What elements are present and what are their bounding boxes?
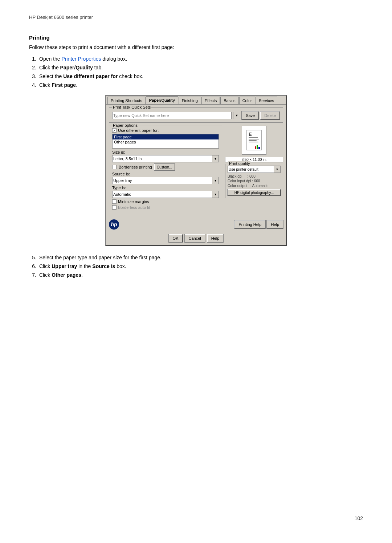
right-panel: E 8.50 × 11.00 in. (225, 126, 283, 217)
paper-listbox[interactable]: First page Other pages (112, 134, 219, 149)
print-quality-label: Print quality (228, 161, 250, 166)
minimize-margins-label: Minimize margins (118, 199, 149, 204)
dialog-wrapper: Printing Shortcuts Paper/Quality Finishi… (29, 95, 363, 246)
tab-finishing[interactable]: Finishing (179, 97, 201, 104)
tab-printing-shortcuts[interactable]: Printing Shortcuts (107, 97, 146, 104)
tab-basics[interactable]: Basics (220, 97, 238, 104)
checkbox-row: ✓ Use different paper for: (112, 128, 219, 133)
step-3: 3. Select the Use different paper for ch… (29, 73, 363, 79)
quality-select[interactable]: Use printer default (228, 166, 274, 173)
quick-set-dropdown[interactable]: ▼ (233, 112, 240, 119)
dialog-ok-row: OK Cancel Help (109, 232, 283, 242)
quick-set-row: ▼ Save Delete (112, 112, 280, 119)
chart-bar-3 (258, 147, 260, 149)
paper-options-label: Paper options (112, 123, 138, 127)
type-label: Type is: (112, 186, 219, 190)
source-select-arrow[interactable]: ▼ (212, 177, 219, 184)
upper-tray-ref: Upper tray (52, 263, 77, 269)
left-panel: Paper options ✓ Use different paper for:… (109, 126, 222, 217)
preview-page: E (246, 130, 262, 150)
use-different-paper-checkbox[interactable]: ✓ (112, 128, 117, 133)
section-title: Printing (29, 35, 363, 41)
source-select-row: Upper tray ▼ (112, 177, 219, 184)
type-select-row: Automatic ▼ (112, 191, 219, 198)
help-button-bottom[interactable]: Help (207, 234, 224, 242)
size-select-arrow[interactable]: ▼ (212, 155, 219, 162)
first-page-ref: First page (52, 82, 76, 88)
size-select[interactable]: Letter, 8.5x11 in (112, 155, 212, 162)
other-pages-ref: Other pages (52, 272, 81, 278)
paper-quality-tab-ref: Paper/Quality (60, 65, 93, 70)
dialog-body: Print Task Quick Sets ▼ Save Delete Pape… (106, 105, 286, 245)
quality-select-arrow[interactable]: ▼ (274, 166, 281, 173)
dialog-tabs: Printing Shortcuts Paper/Quality Finishi… (106, 96, 286, 105)
bottom-buttons: Printing Help Help (234, 220, 283, 228)
step-4: 4. Click First page. (29, 82, 363, 88)
tab-color[interactable]: Color (239, 97, 255, 104)
pq-select-row: Use printer default ▼ (228, 166, 281, 173)
source-label: Source is: (112, 172, 219, 176)
size-select-row: Letter, 8.5x11 in ▼ (112, 155, 219, 162)
listbox-other-pages[interactable]: Other pages (113, 139, 219, 145)
printing-help-button[interactable]: Printing Help (234, 220, 265, 228)
minimize-margins-checkbox[interactable] (112, 199, 117, 204)
borderless-auto-row: Borderless auto fit (112, 205, 219, 210)
black-dpi-info: Black dpi : 600 (228, 174, 281, 178)
step-2: 2. Click the Paper/Quality tab. (29, 65, 363, 70)
hp-logo: hp (109, 219, 119, 230)
step-5: 5. Select the paper type and paper size … (29, 255, 363, 260)
tab-paper-quality[interactable]: Paper/Quality (146, 96, 178, 104)
minimize-margins-row: Minimize margins (112, 199, 219, 204)
header-text: HP Deskjet 6600 series printer (29, 15, 93, 20)
preview-line-3 (249, 140, 257, 141)
use-different-paper-label: Use different paper for: (118, 128, 159, 133)
ok-button[interactable]: OK (169, 234, 183, 242)
step-7: 7. Click Other pages. (29, 272, 363, 278)
use-different-paper-ref: Use different paper for (63, 73, 118, 79)
chart-bar-2 (257, 145, 258, 149)
borderless-auto-checkbox[interactable] (112, 205, 117, 210)
page-header: HP Deskjet 6600 series printer (29, 15, 363, 20)
borderless-auto-label: Borderless auto fit (118, 205, 150, 210)
borderless-row: Borderless printing Custom... (112, 164, 219, 170)
preview-line-4 (249, 142, 258, 142)
source-is-ref: Source is (92, 263, 115, 269)
page-number: 102 (355, 515, 363, 521)
hp-photo-button[interactable]: HP digital photography... (228, 189, 281, 196)
steps-after-list: 5. Select the paper type and paper size … (29, 255, 363, 278)
preview-line-1 (249, 137, 258, 138)
help-button-right[interactable]: Help (267, 220, 283, 228)
borderless-checkbox[interactable] (112, 165, 117, 169)
chart-bar-1 (255, 146, 256, 149)
delete-button[interactable]: Delete (260, 112, 280, 119)
paper-options-group: Paper options ✓ Use different paper for:… (109, 126, 222, 214)
quick-sets-label: Print Task Quick Sets (112, 105, 151, 109)
steps-list: 1. Open the Printer Properties dialog bo… (29, 56, 363, 88)
print-quality-group: Print quality Use printer default ▼ Blac… (225, 164, 283, 198)
step-1: 1. Open the Printer Properties dialog bo… (29, 56, 363, 62)
step-6: 6. Click Upper tray in the Source is box… (29, 263, 363, 269)
cancel-button[interactable]: Cancel (185, 234, 205, 242)
borderless-label: Borderless printing (119, 165, 152, 169)
listbox-first-page[interactable]: First page (113, 134, 219, 139)
color-output-info: Color output : Automatic (228, 184, 281, 188)
tab-effects[interactable]: Effects (201, 97, 220, 104)
intro-text: Follow these steps to print a document w… (29, 44, 363, 50)
type-select-arrow[interactable]: ▼ (212, 191, 219, 198)
save-button[interactable]: Save (242, 112, 259, 119)
tab-services[interactable]: Services (256, 97, 277, 104)
printer-dialog: Printing Shortcuts Paper/Quality Finishi… (105, 95, 287, 246)
quick-set-input[interactable] (112, 112, 232, 119)
color-input-dpi-info: Color input dpi : 600 (228, 179, 281, 183)
type-select[interactable]: Automatic (112, 191, 212, 198)
printer-properties-link[interactable]: Printer Properties (62, 56, 101, 62)
dialog-main: Paper options ✓ Use different paper for:… (109, 126, 283, 217)
custom-button[interactable]: Custom... (154, 164, 175, 170)
source-select[interactable]: Upper tray (112, 177, 212, 184)
quick-sets-group: Print Task Quick Sets ▼ Save Delete (109, 108, 283, 123)
preview-chart (255, 143, 261, 149)
preview-area: E (242, 126, 266, 155)
dialog-bottom-row: hp Printing Help Help (109, 219, 283, 230)
size-label: Size is: (112, 150, 219, 154)
preview-line-2 (249, 139, 259, 139)
